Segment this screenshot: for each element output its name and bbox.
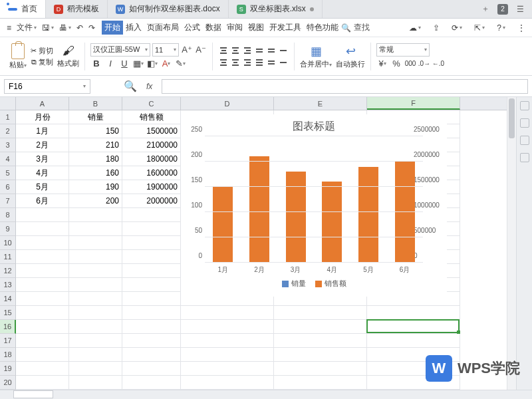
- indent-increase[interactable]: [266, 45, 277, 56]
- cell-A17[interactable]: [16, 334, 69, 348]
- row-header-18[interactable]: 18: [0, 348, 16, 362]
- panel-icon-4[interactable]: [520, 153, 529, 162]
- row-header-11[interactable]: 11: [0, 250, 16, 264]
- cell-D20[interactable]: [181, 376, 274, 390]
- cell-C17[interactable]: [122, 334, 181, 348]
- cell-B8[interactable]: [69, 208, 122, 222]
- row-header-10[interactable]: 10: [0, 236, 16, 250]
- cell-E16[interactable]: [274, 320, 367, 334]
- cell-C5[interactable]: 1600000: [122, 166, 181, 180]
- highlight-button[interactable]: ✎▾: [174, 58, 186, 70]
- cell-B14[interactable]: [69, 292, 122, 306]
- panel-icon-2[interactable]: [520, 118, 529, 128]
- cell-B13[interactable]: [69, 278, 122, 292]
- cell-C13[interactable]: [122, 278, 181, 292]
- align-left[interactable]: [218, 57, 229, 68]
- cell-D16[interactable]: [181, 320, 274, 334]
- increase-decimal[interactable]: .0→: [418, 58, 430, 70]
- row-header-19[interactable]: 19: [0, 362, 16, 376]
- cell-B6[interactable]: 190: [69, 180, 122, 194]
- cell-A19[interactable]: [16, 362, 69, 376]
- formula-input[interactable]: [162, 79, 528, 94]
- vertical-scrollbar[interactable]: [507, 97, 516, 399]
- scrollbar-thumb[interactable]: [509, 98, 515, 138]
- ribbon-tab-2[interactable]: 页面布局: [144, 21, 182, 35]
- decrease-font-button[interactable]: A⁻: [195, 44, 207, 56]
- cell-B2[interactable]: 150: [69, 124, 122, 138]
- panel-icon-3[interactable]: [520, 136, 529, 145]
- distribute[interactable]: [266, 57, 277, 68]
- menu-icon[interactable]: ☰: [515, 4, 525, 15]
- cell-B9[interactable]: [69, 222, 122, 236]
- cell-A13[interactable]: [16, 278, 69, 292]
- embedded-chart[interactable]: 图表标题 050100150200250 0500000100000015000…: [181, 114, 447, 297]
- cloud-icon[interactable]: ☁▾: [406, 23, 424, 33]
- app-menu-icon[interactable]: ≡: [4, 23, 14, 33]
- cell-A16[interactable]: [16, 320, 69, 334]
- new-tab-button[interactable]: ＋: [480, 4, 491, 15]
- align-center[interactable]: [230, 57, 241, 68]
- search-button[interactable]: 🔍 查找: [341, 22, 370, 33]
- row-header-15[interactable]: 15: [0, 306, 16, 320]
- cell-B15[interactable]: [69, 306, 122, 320]
- cell-C20[interactable]: [122, 376, 181, 390]
- more-icon[interactable]: ⋮: [515, 23, 528, 33]
- cell-B18[interactable]: [69, 348, 122, 362]
- cell-C11[interactable]: [122, 250, 181, 264]
- cell-A3[interactable]: 2月: [16, 138, 69, 152]
- font-color-button[interactable]: A▾: [160, 58, 172, 70]
- zoom-icon[interactable]: 🔍: [124, 80, 137, 92]
- sheet-tab[interactable]: [13, 390, 53, 398]
- panel-icon-1[interactable]: [520, 101, 529, 110]
- cell-B3[interactable]: 210: [69, 138, 122, 152]
- percent-button[interactable]: %: [390, 58, 402, 70]
- save-icon[interactable]: 🖫▾: [39, 23, 57, 33]
- cell-E20[interactable]: [274, 376, 367, 390]
- row-header-14[interactable]: 14: [0, 292, 16, 306]
- cell-C8[interactable]: [122, 208, 181, 222]
- name-box[interactable]: F16▾: [4, 79, 90, 94]
- cell-C10[interactable]: [122, 236, 181, 250]
- cell-C6[interactable]: 1900000: [122, 180, 181, 194]
- orientation-button[interactable]: [278, 45, 289, 56]
- row-header-13[interactable]: 13: [0, 278, 16, 292]
- cell-A15[interactable]: [16, 306, 69, 320]
- cell-A9[interactable]: [16, 222, 69, 236]
- italic-button[interactable]: I: [104, 58, 116, 70]
- cell-C7[interactable]: 2000000: [122, 194, 181, 208]
- cell-A10[interactable]: [16, 236, 69, 250]
- row-header-17[interactable]: 17: [0, 334, 16, 348]
- row-header-8[interactable]: 8: [0, 208, 16, 222]
- ribbon-tab-5[interactable]: 审阅: [224, 21, 245, 35]
- cell-C14[interactable]: [122, 292, 181, 306]
- cell-C15[interactable]: [122, 306, 181, 320]
- ribbon-tab-0[interactable]: 开始: [102, 21, 123, 35]
- cell-A12[interactable]: [16, 264, 69, 278]
- align-more[interactable]: [278, 57, 289, 68]
- row-header-6[interactable]: 6: [0, 180, 16, 194]
- increase-font-button[interactable]: A⁺: [181, 44, 193, 56]
- cell-F15[interactable]: [367, 306, 460, 320]
- align-top-left[interactable]: [218, 45, 229, 56]
- col-header-D[interactable]: D: [181, 97, 274, 110]
- cell-C12[interactable]: [122, 264, 181, 278]
- cell-B12[interactable]: [69, 264, 122, 278]
- cell-A4[interactable]: 3月: [16, 152, 69, 166]
- justify[interactable]: [254, 57, 265, 68]
- cell-B1[interactable]: 销量: [69, 110, 122, 124]
- cell-B7[interactable]: 200: [69, 194, 122, 208]
- select-all-corner[interactable]: [0, 97, 16, 110]
- row-header-7[interactable]: 7: [0, 194, 16, 208]
- cell-C9[interactable]: [122, 222, 181, 236]
- cell-B11[interactable]: [69, 250, 122, 264]
- tab-docx[interactable]: W 如何制作双坐标图表.docx: [108, 0, 229, 18]
- border-button[interactable]: ▦▾: [132, 58, 144, 70]
- cell-E17[interactable]: [274, 334, 367, 348]
- comma-button[interactable]: 000: [404, 58, 416, 70]
- row-header-9[interactable]: 9: [0, 222, 16, 236]
- row-header-5[interactable]: 5: [0, 166, 16, 180]
- tab-xlsx[interactable]: S 双坐标图表.xlsx: [229, 0, 323, 18]
- font-select[interactable]: 汉仪正圆-55W▾: [90, 43, 150, 57]
- format-painter-button[interactable]: 🖌 格式刷: [57, 44, 79, 68]
- row-header-20[interactable]: 20: [0, 376, 16, 390]
